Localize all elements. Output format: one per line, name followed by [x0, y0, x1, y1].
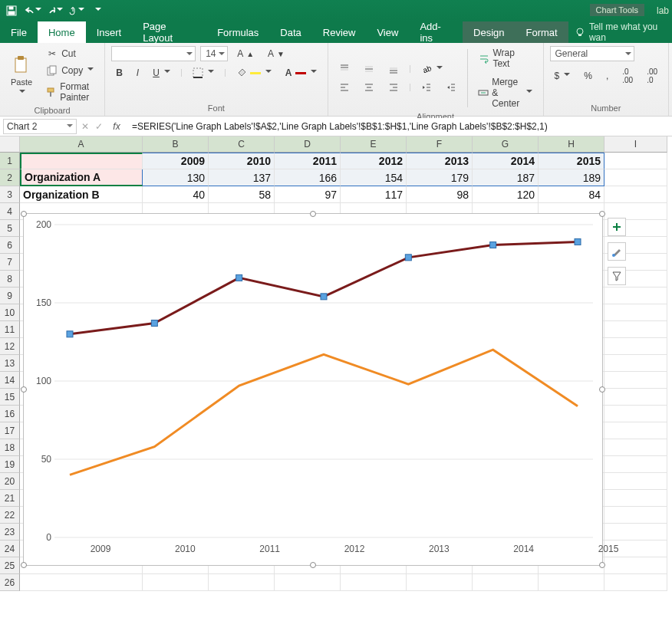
resize-handle[interactable] [310, 211, 316, 217]
cell[interactable] [604, 473, 667, 490]
chart-styles-button[interactable] [608, 242, 626, 261]
cell[interactable]: 97 [275, 186, 341, 203]
align-left-button[interactable] [334, 80, 354, 94]
cell[interactable]: 2009 [143, 153, 209, 169]
cell[interactable]: 187 [473, 169, 539, 186]
comma-button[interactable]: , [601, 69, 613, 83]
cell[interactable]: 58 [209, 186, 275, 203]
decrease-decimal-button[interactable]: .00.0 [642, 66, 662, 86]
tab-home[interactable]: Home [38, 21, 86, 43]
cell[interactable] [20, 153, 143, 169]
col-header-g[interactable]: G [473, 136, 539, 153]
row-header[interactable]: 25 [0, 557, 20, 574]
save-icon[interactable] [3, 2, 20, 19]
cell[interactable] [604, 389, 667, 406]
name-box[interactable]: Chart 2 [3, 119, 77, 134]
bold-button[interactable]: B [111, 66, 127, 80]
row-header[interactable]: 23 [0, 524, 20, 540]
cell[interactable] [604, 169, 667, 186]
increase-indent-button[interactable] [441, 80, 461, 94]
row-header[interactable]: 1 [0, 153, 20, 169]
resize-handle[interactable] [21, 562, 27, 568]
cell[interactable]: 117 [341, 186, 407, 203]
resize-handle[interactable] [21, 211, 27, 217]
row-header[interactable]: 11 [0, 321, 20, 338]
align-middle-button[interactable] [359, 62, 379, 76]
cell[interactable] [604, 288, 667, 304]
cell[interactable] [604, 304, 667, 321]
cell[interactable] [604, 574, 667, 591]
enter-icon[interactable]: ✓ [95, 121, 103, 132]
tab-review[interactable]: Review [312, 21, 367, 43]
cut-button[interactable]: ✂Cut [41, 46, 98, 61]
orientation-button[interactable]: ab [417, 62, 447, 76]
cell[interactable]: 84 [539, 186, 604, 203]
resize-handle[interactable] [21, 386, 27, 393]
cell[interactable] [604, 439, 667, 456]
row-header[interactable]: 26 [0, 574, 20, 591]
row-header[interactable]: 16 [0, 406, 20, 422]
paste-button[interactable]: Paste [6, 51, 37, 99]
increase-decimal-button[interactable]: .0.00 [618, 66, 637, 86]
chart-filters-button[interactable] [608, 267, 626, 285]
cell[interactable]: 130 [143, 169, 209, 186]
cell[interactable]: 120 [473, 186, 539, 203]
row-header[interactable]: 18 [0, 439, 20, 456]
cell[interactable]: 154 [341, 169, 407, 186]
undo-icon[interactable] [25, 2, 41, 19]
row-header[interactable]: 20 [0, 473, 20, 490]
cell[interactable] [407, 574, 473, 591]
formula-input[interactable] [129, 118, 672, 135]
row-header[interactable]: 21 [0, 490, 20, 507]
row-header[interactable]: 9 [0, 288, 20, 304]
col-header-f[interactable]: F [407, 136, 473, 153]
cell[interactable]: 2012 [341, 153, 407, 169]
border-button[interactable] [188, 66, 219, 80]
cell[interactable] [604, 507, 667, 524]
cell[interactable] [539, 574, 604, 591]
percent-button[interactable]: % [579, 69, 597, 83]
row-header[interactable]: 5 [0, 220, 20, 237]
cell[interactable] [604, 406, 667, 422]
align-center-button[interactable] [359, 80, 379, 94]
plot-area[interactable]: 050100150200 [54, 225, 593, 537]
number-format-select[interactable]: General [550, 46, 634, 61]
row-header[interactable]: 19 [0, 456, 20, 473]
row-header[interactable]: 14 [0, 372, 20, 389]
cell[interactable] [341, 574, 407, 591]
select-all-corner[interactable] [0, 136, 20, 153]
cell[interactable] [20, 574, 143, 591]
decrease-font-button[interactable]: A▼ [263, 47, 289, 61]
cell[interactable]: Organization A [20, 169, 143, 186]
tab-addins[interactable]: Add-ins [409, 21, 463, 43]
row-header[interactable]: 4 [0, 203, 20, 220]
copy-button[interactable]: Copy [41, 63, 98, 78]
row-header[interactable]: 3 [0, 186, 20, 203]
col-header-i[interactable]: I [604, 136, 667, 153]
col-header-c[interactable]: C [209, 136, 275, 153]
tab-format[interactable]: Format [516, 21, 568, 43]
decrease-indent-button[interactable] [417, 80, 436, 94]
row-header[interactable]: 13 [0, 355, 20, 372]
col-header-d[interactable]: D [275, 136, 341, 153]
row-header[interactable]: 15 [0, 389, 20, 406]
currency-button[interactable]: $ [550, 69, 575, 83]
align-top-button[interactable] [334, 62, 354, 76]
align-bottom-button[interactable] [384, 62, 404, 76]
wrap-text-button[interactable]: Wrap Text [473, 46, 536, 71]
tab-page-layout[interactable]: Page Layout [132, 21, 206, 43]
tab-view[interactable]: View [366, 21, 409, 43]
cell[interactable]: 40 [143, 186, 209, 203]
row-header[interactable]: 2 [0, 169, 20, 186]
cell[interactable] [604, 557, 667, 574]
cell[interactable] [604, 338, 667, 355]
resize-handle[interactable] [310, 562, 316, 568]
cell[interactable] [209, 574, 275, 591]
tab-insert[interactable]: Insert [86, 21, 133, 43]
row-header[interactable]: 17 [0, 422, 20, 439]
cell[interactable] [604, 153, 667, 169]
cell[interactable] [604, 186, 667, 203]
worksheet[interactable]: A B C D E F G H I 1200920102011201220132… [0, 136, 672, 591]
cancel-icon[interactable]: ✕ [81, 121, 89, 132]
cell[interactable]: 2010 [209, 153, 275, 169]
